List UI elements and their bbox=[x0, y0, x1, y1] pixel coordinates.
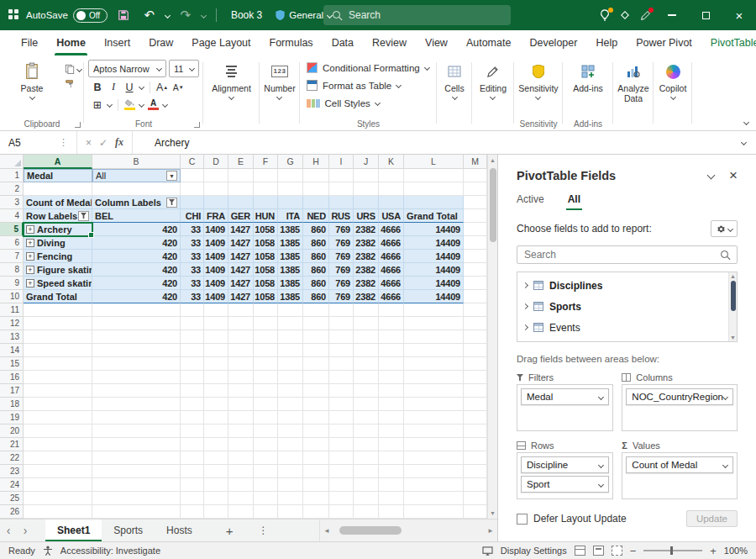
cell-G17[interactable] bbox=[278, 384, 303, 398]
cell-I23[interactable] bbox=[329, 465, 354, 478]
cell-A22[interactable] bbox=[24, 451, 92, 465]
field-chip-count-of-medal[interactable]: Count of Medal bbox=[626, 456, 733, 473]
column-header-J[interactable]: J bbox=[354, 155, 379, 169]
cell-A24[interactable] bbox=[24, 478, 92, 492]
cell-H20[interactable] bbox=[303, 425, 329, 438]
cell-H13[interactable] bbox=[303, 330, 329, 344]
cell-L18[interactable] bbox=[404, 398, 464, 411]
cell-A9[interactable]: +Speed skating bbox=[24, 277, 92, 290]
sensitivity-ribbon-button[interactable]: Sensitivity bbox=[518, 59, 558, 118]
cell-F8[interactable]: 1058 bbox=[254, 263, 278, 277]
cell-H12[interactable] bbox=[303, 317, 329, 330]
paste-button[interactable]: Paste bbox=[3, 59, 61, 99]
ribbon-tab-data[interactable]: Data bbox=[323, 30, 363, 55]
cell-E17[interactable] bbox=[228, 384, 254, 398]
field-item-sports[interactable]: Sports bbox=[519, 296, 727, 317]
sheet-tab-sports[interactable]: Sports bbox=[102, 519, 155, 541]
addins-button[interactable]: Add-ins bbox=[573, 59, 603, 118]
cell-F23[interactable] bbox=[254, 465, 278, 478]
cell-E11[interactable] bbox=[228, 303, 254, 317]
cell-J23[interactable] bbox=[354, 465, 379, 478]
cell-F10[interactable]: 1058 bbox=[254, 290, 278, 303]
expand-button[interactable]: + bbox=[26, 266, 34, 274]
values-drop-zone[interactable]: Count of Medal bbox=[622, 452, 738, 499]
cell-D17[interactable] bbox=[204, 384, 228, 398]
cell-K8[interactable]: 4666 bbox=[379, 263, 404, 277]
undo-button[interactable]: ↶ bbox=[139, 4, 160, 26]
cell-E24[interactable] bbox=[228, 478, 254, 492]
row-header-25[interactable]: 25 bbox=[0, 492, 24, 505]
cell-K19[interactable] bbox=[379, 411, 404, 425]
redo-button[interactable]: ↷ bbox=[176, 4, 196, 26]
page-filter-dropdown-button[interactable]: ▼ bbox=[166, 171, 177, 181]
row-header-24[interactable]: 24 bbox=[0, 478, 24, 492]
cell-M21[interactable] bbox=[464, 438, 487, 451]
save-button[interactable] bbox=[113, 4, 134, 26]
cell-E25[interactable] bbox=[228, 492, 254, 505]
cell-C19[interactable] bbox=[181, 411, 204, 425]
cell-M11[interactable] bbox=[464, 303, 487, 317]
filter-button[interactable] bbox=[78, 211, 89, 221]
cell-L17[interactable] bbox=[404, 384, 464, 398]
row-header-15[interactable]: 15 bbox=[0, 357, 24, 371]
cell-E9[interactable]: 1427 bbox=[228, 277, 254, 290]
name-box[interactable]: A5 ⋮ bbox=[0, 131, 77, 154]
cell-J15[interactable] bbox=[354, 357, 379, 371]
ribbon-tab-insert[interactable]: Insert bbox=[95, 30, 139, 55]
scroll-right-arrow[interactable]: ► bbox=[487, 527, 494, 535]
row-header-7[interactable]: 7 bbox=[0, 250, 24, 263]
cell-D22[interactable] bbox=[204, 451, 228, 465]
cell-A7[interactable]: +Fencing bbox=[24, 250, 92, 263]
zoom-level[interactable]: 100% bbox=[724, 546, 748, 556]
cell-L4[interactable]: Grand Total bbox=[404, 209, 464, 223]
cell-E12[interactable] bbox=[228, 317, 254, 330]
row-header-2[interactable]: 2 bbox=[0, 182, 24, 196]
cell-E14[interactable] bbox=[228, 344, 254, 357]
cell-K23[interactable] bbox=[379, 465, 404, 478]
cell-D5[interactable]: 1409 bbox=[204, 223, 228, 236]
ribbon-tab-file[interactable]: File bbox=[12, 30, 47, 55]
cell-B21[interactable] bbox=[92, 438, 181, 451]
cell-B2[interactable] bbox=[92, 182, 181, 196]
cell-J24[interactable] bbox=[354, 478, 379, 492]
cell-A13[interactable] bbox=[24, 330, 92, 344]
cell-K24[interactable] bbox=[379, 478, 404, 492]
cell-I14[interactable] bbox=[329, 344, 354, 357]
cell-M25[interactable] bbox=[464, 492, 487, 505]
cell-A12[interactable] bbox=[24, 317, 92, 330]
column-header-E[interactable]: E bbox=[228, 155, 254, 169]
formula-bar-expand-chevron[interactable] bbox=[741, 140, 747, 145]
cell-K18[interactable] bbox=[379, 398, 404, 411]
cell-K3[interactable] bbox=[379, 196, 404, 209]
cell-C4[interactable]: CHI bbox=[181, 209, 204, 223]
close-button[interactable]: × bbox=[722, 0, 756, 30]
field-chip-noc-countryregion[interactable]: NOC_CountryRegion bbox=[626, 388, 733, 405]
cell-D26[interactable] bbox=[204, 505, 228, 519]
cell-K20[interactable] bbox=[379, 425, 404, 438]
cell-J2[interactable] bbox=[354, 182, 379, 196]
feedback-button[interactable] bbox=[615, 4, 635, 26]
rows-drop-zone[interactable]: DisciplineSport bbox=[517, 452, 613, 499]
cell-B10[interactable]: 420 bbox=[92, 290, 181, 303]
cell-E6[interactable]: 1427 bbox=[228, 236, 254, 250]
row-header-20[interactable]: 20 bbox=[0, 425, 24, 438]
cell-B16[interactable] bbox=[92, 371, 181, 384]
cell-C5[interactable]: 33 bbox=[181, 223, 204, 236]
cell-G6[interactable]: 1385 bbox=[278, 236, 303, 250]
cell-J14[interactable] bbox=[354, 344, 379, 357]
cell-E3[interactable] bbox=[228, 196, 254, 209]
cell-A4[interactable]: Row Labels bbox=[24, 209, 92, 223]
ribbon-tab-page-layout[interactable]: Page Layout bbox=[182, 30, 260, 55]
minimize-button[interactable] bbox=[655, 0, 689, 30]
cell-M20[interactable] bbox=[464, 425, 487, 438]
cell-I20[interactable] bbox=[329, 425, 354, 438]
cell-C13[interactable] bbox=[181, 330, 204, 344]
cell-M9[interactable] bbox=[464, 277, 487, 290]
field-chip-medal[interactable]: Medal bbox=[521, 388, 609, 405]
row-header-18[interactable]: 18 bbox=[0, 398, 24, 411]
cell-J3[interactable] bbox=[354, 196, 379, 209]
cell-I12[interactable] bbox=[329, 317, 354, 330]
row-header-5[interactable]: 5 bbox=[0, 223, 24, 236]
cell-A8[interactable]: +Figure skating bbox=[24, 263, 92, 277]
cell-B15[interactable] bbox=[92, 357, 181, 371]
